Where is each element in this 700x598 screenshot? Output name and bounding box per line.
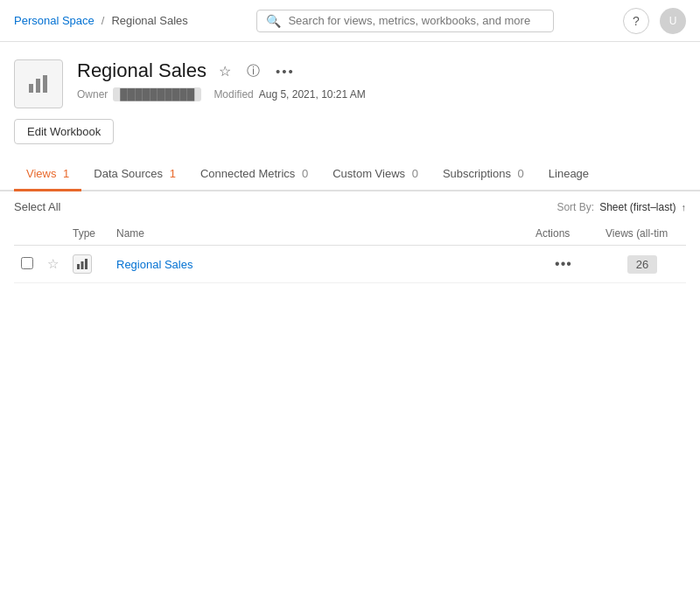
svg-rect-2 (43, 75, 47, 93)
tab-datasources[interactable]: Data Sources 1 (81, 158, 188, 191)
svg-rect-5 (85, 259, 88, 269)
col-header-type: Type (66, 222, 109, 246)
row-type-cell (66, 246, 109, 283)
tab-metrics-label: Connected Metrics (200, 167, 295, 180)
workbook-thumbnail (14, 59, 63, 108)
avatar[interactable]: U (660, 8, 686, 34)
content-area: Select All Sort By: Sheet (first–last) ↑… (0, 191, 700, 283)
row-star-cell: ☆ (40, 246, 66, 283)
row-name-link[interactable]: Regional Sales (116, 258, 192, 271)
tab-subscriptions-count: 0 (518, 167, 524, 180)
help-icon: ? (633, 14, 640, 28)
tab-subscriptions[interactable]: Subscriptions 0 (430, 158, 536, 191)
ellipsis-icon: ••• (276, 64, 295, 79)
tab-customviews-label: Custom Views (332, 167, 405, 180)
search-icon: 🔍 (266, 14, 281, 28)
sort-direction-icon[interactable]: ↑ (682, 202, 687, 212)
workbook-info: Regional Sales ☆ ⓘ ••• Owner ██████████ … (77, 59, 686, 101)
more-options-button[interactable]: ••• (272, 62, 298, 80)
bar-chart-icon (76, 258, 88, 270)
col-header-views: Views (all-tim (598, 222, 686, 246)
breadcrumb-regional-sales: Regional Sales (111, 14, 187, 27)
breadcrumb-separator: / (102, 14, 105, 27)
info-button[interactable]: ⓘ (243, 61, 263, 81)
col-header-name: Name (109, 222, 528, 246)
col-header-star (40, 222, 66, 246)
tab-views[interactable]: Views 1 (14, 158, 81, 191)
tab-lineage[interactable]: Lineage (536, 158, 601, 191)
info-icon: ⓘ (247, 63, 260, 80)
modified-date: Aug 5, 2021, 10:21 AM (259, 88, 366, 101)
tab-metrics[interactable]: Connected Metrics 0 (188, 158, 320, 191)
row-views-cell: 26 (598, 246, 686, 283)
header-actions: ? U (623, 8, 686, 34)
sort-value-button[interactable]: Sheet (first–last) (599, 201, 676, 213)
workbook-meta: Owner ██████████ Modified Aug 5, 2021, 1… (77, 87, 686, 101)
edit-btn-row: Edit Workbook (0, 119, 700, 158)
views-table: Type Name Actions Views (all-tim ☆ (14, 222, 686, 283)
search-bar[interactable]: 🔍 (256, 10, 554, 32)
row-actions-button[interactable]: ••• (550, 254, 578, 274)
tabs-bar: Views 1 Data Sources 1 Connected Metrics… (0, 158, 700, 191)
row-views-badge: 26 (627, 255, 657, 274)
search-input[interactable] (288, 14, 544, 27)
table-body: ☆ Regional Sales (14, 246, 686, 283)
modified-label: Modified (214, 88, 253, 101)
select-all-button[interactable]: Select All (14, 200, 60, 213)
owner-label: Owner (77, 88, 108, 101)
col-header-actions: Actions (528, 222, 598, 246)
tab-datasources-count: 1 (170, 167, 176, 180)
svg-rect-1 (36, 79, 40, 93)
edit-workbook-button[interactable]: Edit Workbook (14, 119, 114, 144)
controls-row: Select All Sort By: Sheet (first–last) ↑ (14, 191, 686, 222)
tab-views-label: Views (26, 167, 56, 180)
row-checkbox[interactable] (21, 257, 33, 269)
row-favorite-button[interactable]: ☆ (47, 256, 59, 272)
workbook-chart-icon (26, 72, 51, 96)
col-header-checkbox (14, 222, 40, 246)
tab-views-count: 1 (63, 167, 69, 180)
breadcrumb-personal-space[interactable]: Personal Space (14, 14, 94, 27)
svg-rect-4 (81, 261, 84, 269)
sort-label: Sort By: (556, 201, 594, 213)
tab-datasources-label: Data Sources (94, 167, 163, 180)
workbook-title-row: Regional Sales ☆ ⓘ ••• (77, 59, 686, 82)
row-star-icon: ☆ (47, 256, 59, 271)
svg-rect-3 (77, 264, 80, 269)
tab-lineage-label: Lineage (549, 167, 589, 180)
workbook-title: Regional Sales (77, 59, 206, 82)
svg-rect-0 (29, 84, 33, 93)
row-actions-cell: ••• (528, 246, 598, 283)
table-header: Type Name Actions Views (all-tim (14, 222, 686, 246)
tab-metrics-count: 0 (302, 167, 308, 180)
tab-customviews[interactable]: Custom Views 0 (320, 158, 430, 191)
table-row: ☆ Regional Sales (14, 246, 686, 283)
row-ellipsis-icon: ••• (555, 256, 572, 271)
tab-customviews-count: 0 (412, 167, 418, 180)
row-checkbox-cell (14, 246, 40, 283)
row-name-cell: Regional Sales (109, 246, 528, 283)
help-button[interactable]: ? (623, 8, 649, 34)
workbook-header: Regional Sales ☆ ⓘ ••• Owner ██████████ … (0, 42, 700, 119)
row-type-icon (73, 254, 92, 274)
tab-subscriptions-label: Subscriptions (443, 167, 511, 180)
star-icon: ☆ (219, 63, 231, 80)
sort-row: Sort By: Sheet (first–last) ↑ (556, 201, 686, 213)
owner-name: ██████████ (113, 87, 201, 101)
header: Personal Space / Regional Sales 🔍 ? U (0, 0, 700, 42)
favorite-button[interactable]: ☆ (215, 61, 234, 81)
breadcrumb: Personal Space / Regional Sales (14, 14, 188, 27)
